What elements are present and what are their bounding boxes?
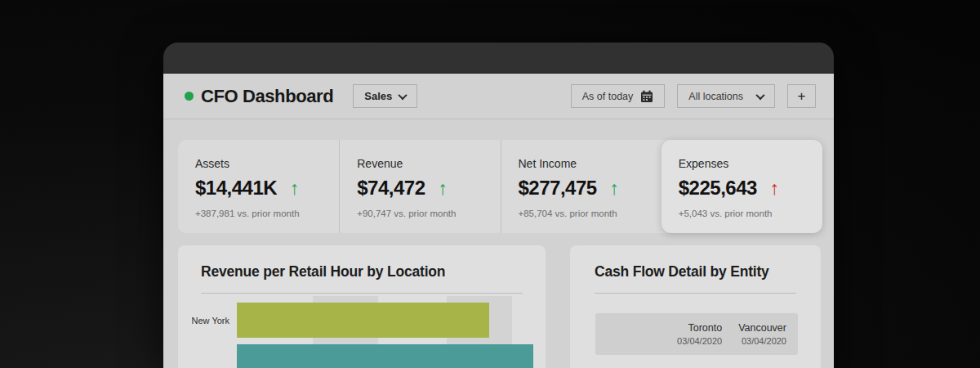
kpi-card-revenue[interactable]: Revenue $74,472 ↑ +90,747 vs. prior mont… — [339, 140, 500, 233]
kpi-label: Revenue — [357, 157, 492, 170]
dashboard-header: CFO Dashboard Sales As of today — [163, 74, 834, 119]
as-of-today-label: As of today — [582, 91, 634, 102]
locations-dropdown[interactable]: All locations — [677, 84, 775, 108]
chevron-down-icon — [755, 90, 764, 99]
kpi-value: $225,643 — [679, 177, 757, 200]
calendar-icon — [640, 90, 653, 103]
page-title: CFO Dashboard — [201, 86, 333, 107]
revenue-chart-panel: Revenue per Retail Hour by Location New … — [178, 245, 546, 368]
chart-row: New York — [178, 303, 546, 338]
app-window: CFO Dashboard Sales As of today — [163, 43, 834, 368]
table-header-row: Toronto 03/04/2020 Vancouver 03/04/2020 — [595, 313, 798, 355]
kpi-delta: +85,704 vs. prior month — [519, 209, 653, 218]
trend-up-icon: ↑ — [610, 179, 620, 198]
cash-flow-panel: Cash Flow Detail by Entity Toronto 03/04… — [570, 245, 821, 368]
column-city: Toronto — [677, 322, 722, 334]
sales-dropdown-label: Sales — [364, 90, 392, 102]
kpi-summary-band: Assets $14,441K ↑ +387,981 vs. prior mon… — [178, 140, 822, 233]
kpi-card-net-income[interactable]: Net Income $277,475 ↑ +85,704 vs. prior … — [501, 140, 662, 233]
kpi-delta: +90,747 vs. prior month — [357, 209, 492, 218]
locations-dropdown-label: All locations — [688, 91, 743, 102]
category-label: New York — [178, 316, 237, 325]
bar-second-location — [237, 344, 533, 368]
panel-title: Cash Flow Detail by Entity — [570, 245, 821, 280]
kpi-label: Assets — [195, 157, 331, 170]
kpi-card-expenses[interactable]: Expenses $225,643 ↑ +5,043 vs. prior mon… — [662, 140, 822, 233]
add-widget-button[interactable]: + — [787, 84, 816, 108]
as-of-today-button[interactable]: As of today — [571, 84, 666, 108]
status-dot-icon — [185, 92, 194, 101]
trend-up-icon: ↑ — [770, 179, 780, 198]
table-column-toronto: Toronto 03/04/2020 — [677, 322, 722, 346]
chart-row — [178, 344, 546, 368]
bar-chart: New York — [178, 303, 546, 368]
kpi-value: $74,472 — [357, 177, 425, 200]
column-city: Vancouver — [738, 322, 786, 334]
kpi-card-assets[interactable]: Assets $14,441K ↑ +387,981 vs. prior mon… — [178, 140, 339, 233]
divider — [595, 293, 796, 294]
dashboard-body: CFO Dashboard Sales As of today — [163, 74, 834, 368]
kpi-delta: +387,981 vs. prior month — [195, 209, 331, 218]
kpi-label: Net Income — [519, 157, 653, 170]
sales-dropdown[interactable]: Sales — [353, 84, 417, 108]
table-column-vancouver: Vancouver 03/04/2020 — [738, 322, 786, 346]
kpi-value: $277,475 — [519, 177, 597, 200]
window-titlebar — [163, 43, 834, 74]
chevron-down-icon — [399, 90, 408, 99]
column-date: 03/04/2020 — [738, 336, 786, 346]
kpi-value: $14,441K — [195, 177, 277, 200]
kpi-delta: +5,043 vs. prior month — [679, 209, 814, 218]
panel-title: Revenue per Retail Hour by Location — [178, 245, 546, 280]
column-date: 03/04/2020 — [677, 336, 722, 346]
plus-icon: + — [798, 88, 806, 105]
trend-up-icon: ↑ — [439, 179, 448, 198]
trend-up-icon: ↑ — [290, 179, 300, 198]
kpi-label: Expenses — [679, 157, 814, 170]
header-actions: As of today — [571, 84, 816, 108]
divider — [201, 293, 523, 294]
bar-new-york — [237, 303, 489, 338]
screenshot-stage: CFO Dashboard Sales As of today — [0, 0, 980, 368]
